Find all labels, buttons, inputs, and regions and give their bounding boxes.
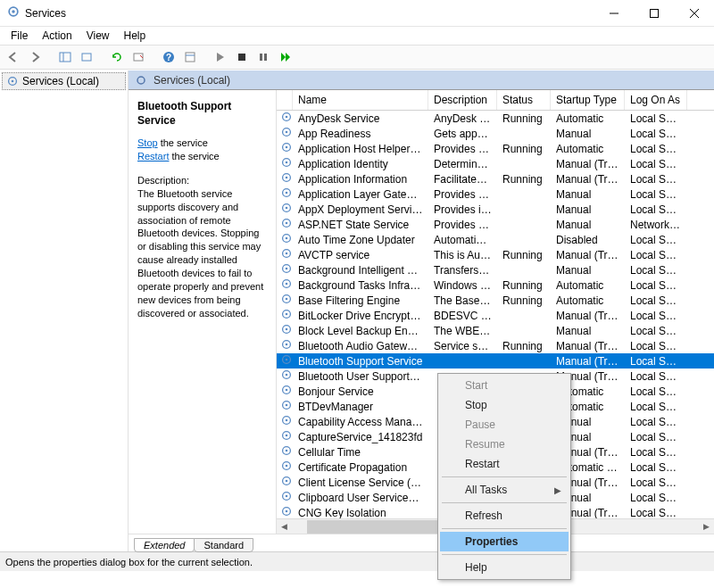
cell-logon: Local Syster	[625, 203, 687, 216]
menu-action[interactable]: Action	[35, 28, 79, 44]
toolbar: ?	[0, 45, 714, 70]
gear-icon	[277, 171, 293, 186]
stop-service-button[interactable]	[232, 47, 252, 67]
service-row[interactable]: Bluetooth Support ServiceManual (Trigg..…	[277, 353, 714, 369]
cell-name: App Readiness	[293, 128, 428, 140]
cell-logon: Network Se	[625, 219, 687, 231]
cell-startup: Manual	[551, 188, 625, 201]
back-button[interactable]	[4, 47, 23, 67]
ctx-start[interactable]: Start	[440, 376, 569, 395]
service-row[interactable]: Base Filtering EngineThe Base Filt...Run…	[277, 293, 714, 308]
ctx-alltasks[interactable]: All Tasks▶	[440, 480, 569, 500]
service-row[interactable]: Background Intelligent Tran...Transfers …	[277, 262, 714, 277]
cell-logon: Local Syster	[625, 128, 687, 140]
show-hide-tree-button[interactable]	[55, 47, 75, 67]
col-logon[interactable]: Log On As	[625, 90, 687, 110]
service-row[interactable]: Background Tasks Infrastruc...Windows in…	[277, 277, 714, 293]
menu-view[interactable]: View	[79, 28, 117, 44]
gear-icon	[277, 202, 293, 217]
service-row[interactable]: Application InformationFacilitates th...…	[277, 171, 714, 186]
service-row[interactable]: AppX Deployment Service (A...Provides in…	[277, 202, 714, 217]
cell-desc: Provides sup...	[428, 219, 497, 231]
svg-point-53	[286, 359, 288, 361]
svg-rect-6	[60, 53, 71, 62]
cell-desc: Transfers file...	[428, 264, 497, 277]
cell-name: AnyDesk Service	[293, 112, 428, 125]
cell-desc: The Base Filt...	[428, 294, 497, 307]
gear-icon	[277, 323, 293, 338]
cell-status: Running	[497, 340, 551, 352]
title-bar: Services	[0, 0, 714, 27]
ctx-restart[interactable]: Restart	[440, 454, 569, 474]
service-row[interactable]: Bluetooth Audio Gateway Se...Service sup…	[277, 338, 714, 353]
restart-link[interactable]: Restart	[137, 151, 169, 161]
service-row[interactable]: Block Level Backup Engine S...The WBENGI…	[277, 323, 714, 338]
service-row[interactable]: Application Host Helper Serv...Provides …	[277, 141, 714, 156]
cell-name: Bluetooth Support Service	[293, 355, 428, 368]
properties-button[interactable]	[180, 47, 200, 67]
col-status[interactable]: Status	[497, 90, 551, 110]
help-button[interactable]: ?	[159, 47, 178, 67]
service-row[interactable]: AVCTP serviceThis is Audio...RunningManu…	[277, 247, 714, 262]
cell-desc: Automaticall...	[428, 234, 497, 246]
maximize-button[interactable]	[634, 0, 674, 27]
svg-rect-14	[238, 54, 245, 61]
service-row[interactable]: Auto Time Zone UpdaterAutomaticall...Dis…	[277, 232, 714, 247]
cell-logon: Local Syster	[625, 325, 687, 337]
ctx-resume[interactable]: Resume	[440, 435, 569, 454]
export-list-button[interactable]	[129, 47, 148, 67]
gear-icon	[277, 262, 293, 277]
service-row[interactable]: Application Layer Gateway S...Provides s…	[277, 186, 714, 202]
col-startup[interactable]: Startup Type	[551, 90, 625, 110]
service-row[interactable]: AnyDesk ServiceAnyDesk su...RunningAutom…	[277, 111, 714, 126]
cell-desc: Provides sup...	[428, 188, 497, 201]
service-row[interactable]: BitLocker Drive Encryption S...BDESVC ho…	[277, 308, 714, 323]
svg-point-1	[12, 10, 15, 13]
svg-point-41	[286, 268, 288, 270]
export-button[interactable]	[77, 47, 96, 67]
svg-rect-12	[186, 53, 195, 62]
pause-service-button[interactable]	[253, 47, 273, 67]
ctx-properties[interactable]: Properties	[440, 532, 569, 551]
ctx-stop[interactable]: Stop	[440, 395, 569, 415]
service-row[interactable]: Application IdentityDetermines ...Manual…	[277, 156, 714, 171]
cell-logon: Local Servic	[625, 340, 687, 352]
restart-service-button[interactable]	[275, 47, 295, 67]
service-row[interactable]: App ReadinessGets apps re...ManualLocal …	[277, 126, 714, 141]
tab-standard[interactable]: Standard	[194, 538, 253, 552]
gear-icon	[277, 490, 293, 505]
minimize-button[interactable]	[594, 0, 634, 27]
ctx-pause[interactable]: Pause	[440, 415, 569, 435]
forward-button[interactable]	[25, 47, 45, 67]
cell-name: ASP.NET State Service	[293, 219, 428, 231]
tab-extended[interactable]: Extended	[134, 538, 195, 552]
service-row[interactable]: ASP.NET State ServiceProvides sup...Manu…	[277, 217, 714, 232]
tree-pane: Services (Local)	[0, 70, 129, 551]
cell-name: Client License Service (ClipSV...	[293, 476, 428, 489]
menu-file[interactable]: File	[4, 28, 35, 44]
refresh-button[interactable]	[107, 47, 127, 67]
svg-point-61	[286, 419, 288, 422]
svg-point-49	[286, 328, 288, 331]
ctx-refresh[interactable]: Refresh	[440, 506, 569, 526]
cell-name: Base Filtering Engine	[293, 294, 428, 307]
gear-icon	[277, 232, 293, 247]
cell-status: Running	[497, 279, 551, 292]
gear-icon	[277, 429, 293, 444]
stop-link[interactable]: Stop	[137, 137, 158, 148]
cell-name: Application Host Helper Serv...	[293, 143, 428, 155]
tree-root[interactable]: Services (Local)	[2, 72, 126, 90]
gear-icon	[277, 111, 293, 126]
cell-logon: Local Syster	[625, 279, 687, 292]
cell-name: Capability Access Manager S...	[293, 416, 428, 428]
close-button[interactable]	[674, 0, 714, 27]
cell-name: Auto Time Zone Updater	[293, 234, 428, 246]
cell-logon: Local Servic	[625, 234, 687, 246]
col-name[interactable]: Name	[293, 90, 428, 110]
start-service-button[interactable]	[211, 47, 230, 67]
col-description[interactable]: Description	[428, 90, 497, 110]
cell-startup: Manual	[551, 325, 625, 337]
menu-help[interactable]: Help	[117, 28, 154, 44]
ctx-help[interactable]: Help	[440, 558, 569, 577]
gear-icon	[277, 293, 293, 308]
